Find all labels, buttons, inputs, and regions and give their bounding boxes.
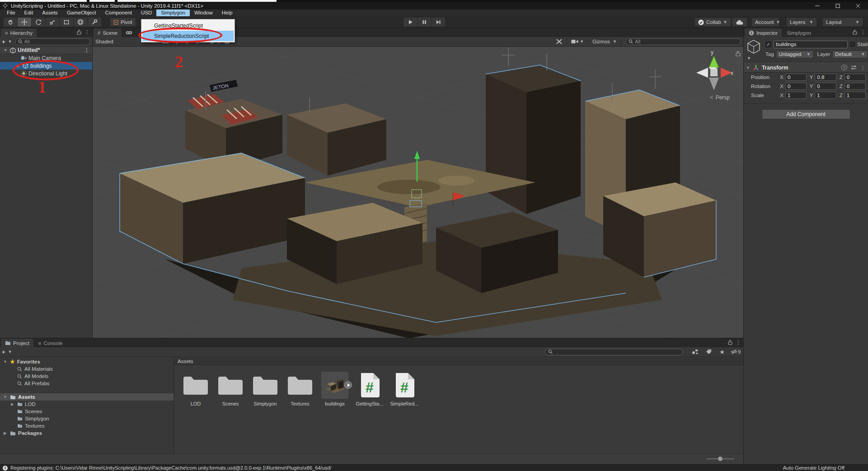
gizmos-dropdown[interactable]: Gizmos▼ xyxy=(592,39,617,44)
hierarchy-search[interactable] xyxy=(15,38,90,45)
tab-scene[interactable]: # Scene xyxy=(94,28,122,37)
foldout-open-icon[interactable]: ▼ xyxy=(3,48,8,52)
packages-row[interactable]: ▶ Packages xyxy=(0,429,174,437)
hierarchy-item-main-camera[interactable]: Main Camera xyxy=(0,54,92,62)
menu-assets[interactable]: Assets xyxy=(38,9,62,16)
assets-root-row[interactable]: ▼ Assets xyxy=(0,393,174,401)
scene-tools-icon[interactable] xyxy=(556,38,563,45)
favorites-star-button[interactable]: ★ xyxy=(716,348,728,356)
scale-z-field[interactable]: 1 xyxy=(845,92,866,99)
project-search[interactable] xyxy=(545,349,683,355)
scene-viewport[interactable]: JETON xyxy=(93,47,743,338)
menu-help[interactable]: Help xyxy=(217,9,237,16)
rotation-x-field[interactable]: 0 xyxy=(785,83,807,90)
foldout-closed-icon[interactable]: ▶ xyxy=(15,64,21,68)
scene-lock-icon[interactable] xyxy=(736,51,741,56)
asset-item-buildings[interactable]: buildings xyxy=(319,372,351,406)
create-asset-caret[interactable]: ▼ xyxy=(8,350,12,354)
hand-tool-button[interactable] xyxy=(4,18,17,27)
lighting-status[interactable]: Auto Generate Lighting Off xyxy=(783,465,845,471)
icon-picker-caret[interactable]: ▼ xyxy=(747,56,751,61)
menu-item-gettingstartedscript[interactable]: GettingStartedScript xyxy=(142,20,234,31)
favorites-all-models[interactable]: All Models xyxy=(0,373,174,380)
folder-row-simplygon[interactable]: Simplygon xyxy=(0,415,174,422)
layer-dropdown[interactable]: Default▼ xyxy=(832,51,868,58)
maximize-button[interactable] xyxy=(827,2,848,9)
tag-dropdown[interactable]: Untagged▼ xyxy=(776,51,813,58)
scale-tool-button[interactable] xyxy=(46,18,59,27)
project-search-input[interactable] xyxy=(554,349,680,354)
favorites-all-materials[interactable]: All Materials xyxy=(0,365,174,373)
asset-item-lod[interactable]: LOD xyxy=(179,372,212,406)
add-object-button[interactable]: + xyxy=(2,38,5,45)
expand-asset-button[interactable] xyxy=(344,381,352,389)
rotation-y-field[interactable]: 0 xyxy=(815,83,836,90)
pause-button[interactable] xyxy=(418,18,431,27)
scene-search-input[interactable] xyxy=(635,39,737,44)
active-checkbox[interactable]: ✓ xyxy=(765,42,771,47)
asset-item-scenes[interactable]: Scenes xyxy=(214,372,247,406)
transform-tool-button[interactable] xyxy=(74,18,87,27)
projection-indicator[interactable]: < Persp xyxy=(710,94,730,101)
tab-inspector[interactable]: Inspector xyxy=(745,28,782,37)
tab-console[interactable]: ≡ Console xyxy=(34,339,67,347)
asset-item-simplygon[interactable]: Simplygon xyxy=(249,372,282,406)
help-icon[interactable]: ? xyxy=(841,65,847,70)
search-by-label-button[interactable] xyxy=(703,348,714,356)
scene-camera-dropdown[interactable]: ▼ xyxy=(571,39,584,44)
tab-game[interactable] xyxy=(122,28,136,37)
scale-x-field[interactable]: 1 xyxy=(785,92,807,99)
menu-simplygon[interactable]: Simplygon xyxy=(156,9,190,16)
close-button[interactable] xyxy=(848,2,868,9)
cloud-button[interactable] xyxy=(732,18,747,27)
status-bar[interactable]: ! Registering plugins: C:\Users\Vidar Ri… xyxy=(0,464,868,471)
scale-y-field[interactable]: 1 xyxy=(815,92,836,99)
add-component-button[interactable]: Add Component xyxy=(762,109,850,119)
layers-dropdown[interactable]: Layers▼ xyxy=(786,18,817,27)
menu-window[interactable]: Window xyxy=(190,9,217,16)
position-x-field[interactable]: 0 xyxy=(785,74,807,81)
play-button[interactable] xyxy=(404,18,417,27)
scene-orientation-gizmo[interactable]: y x xyxy=(694,49,735,96)
layout-dropdown[interactable]: Layout▼ xyxy=(822,18,863,27)
menu-usd[interactable]: USD xyxy=(136,9,156,16)
rotation-z-field[interactable]: 0 xyxy=(845,83,866,90)
add-object-caret[interactable]: ▼ xyxy=(8,39,12,44)
foldout-open-icon[interactable]: ▼ xyxy=(746,65,750,70)
asset-item-textures[interactable]: Textures xyxy=(284,372,316,406)
hierarchy-search-input[interactable] xyxy=(24,39,87,44)
favorites-row[interactable]: ▼★ Favorites xyxy=(0,358,174,365)
folder-row-lod[interactable]: ▶ LOD xyxy=(0,401,174,408)
thumbnail-size-slider[interactable] xyxy=(706,458,734,459)
move-tool-button[interactable] xyxy=(18,18,31,27)
collab-dropdown[interactable]: Collab▼ xyxy=(694,18,731,27)
folder-row-textures[interactable]: Textures xyxy=(0,422,174,429)
menu-item-simplereductionscript[interactable]: SimpleReductionScript xyxy=(142,31,234,41)
hierarchy-item-directional-light[interactable]: Directional Light xyxy=(0,70,92,77)
scene-kebab-icon[interactable]: ⋮ xyxy=(84,47,89,53)
lock-icon[interactable] xyxy=(77,29,81,35)
search-by-type-button[interactable] xyxy=(689,348,701,356)
tab-project[interactable]: Project xyxy=(1,339,33,347)
menu-component[interactable]: Component xyxy=(100,9,136,16)
presets-icon[interactable] xyxy=(851,65,857,70)
scene-row[interactable]: ▼ Untitled* ⋮ xyxy=(0,47,92,54)
asset-item-simplereductionscript[interactable]: # SimpleRed... xyxy=(388,372,421,406)
menu-edit[interactable]: Edit xyxy=(20,9,38,16)
pivot-toggle-button[interactable]: Pivot xyxy=(110,18,136,27)
minimize-button[interactable] xyxy=(807,2,827,9)
kebab-menu-icon[interactable]: ⋮ xyxy=(736,340,741,345)
kebab-menu-icon[interactable]: ⋮ xyxy=(860,29,866,35)
step-button[interactable] xyxy=(432,18,445,27)
tab-hierarchy[interactable]: ≡ Hierarchy xyxy=(1,28,37,37)
project-hidden-count[interactable]: 9 xyxy=(730,348,741,356)
lock-icon[interactable] xyxy=(853,29,857,35)
rect-tool-button[interactable] xyxy=(60,18,73,27)
menu-gameobject[interactable]: GameObject xyxy=(62,9,101,16)
position-z-field[interactable]: 0 xyxy=(845,74,866,81)
custom-tool-button[interactable] xyxy=(88,18,101,27)
kebab-menu-icon[interactable]: ⋮ xyxy=(84,29,90,35)
scene-search[interactable] xyxy=(625,38,741,45)
create-asset-button[interactable]: + xyxy=(2,349,5,355)
folder-row-scenes[interactable]: Scenes xyxy=(0,408,174,415)
